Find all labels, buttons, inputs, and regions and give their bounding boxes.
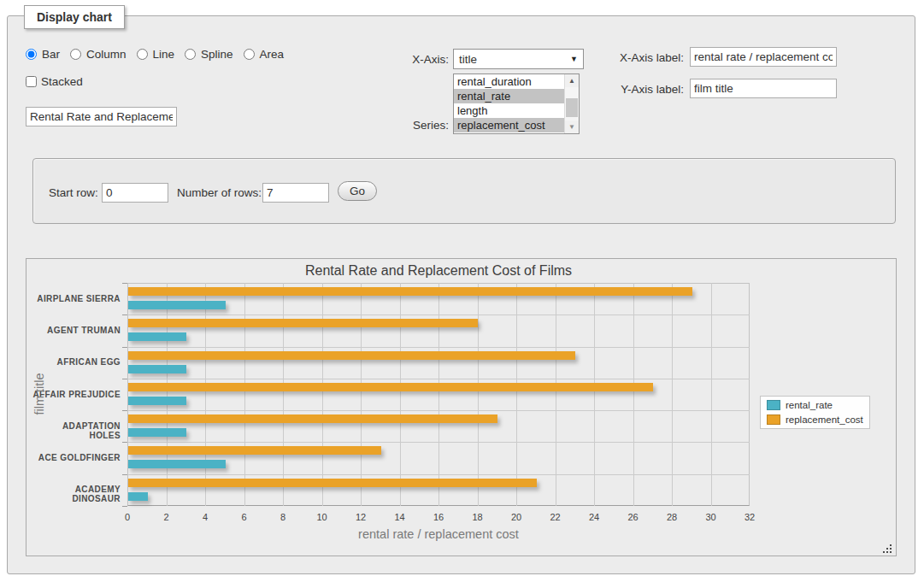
chart-type-radio-column[interactable] [70, 49, 81, 60]
gridline-horizontal [127, 315, 750, 315]
start-row-input[interactable] [102, 183, 168, 203]
chart-type-label-line: Line [153, 48, 175, 61]
gridline-vertical [672, 283, 673, 506]
bar-replacement_cost [128, 319, 478, 327]
bar-replacement_cost [128, 414, 497, 423]
start-row-label: Start row: [49, 186, 98, 199]
chart-xaxis-label: rental rate / replacement cost [127, 527, 750, 541]
chart-panel: Rental Rate and Replacement Cost of Film… [26, 258, 897, 556]
legend-swatch-replacement_cost [767, 414, 780, 425]
category-label: ADAPTATION HOLES [32, 421, 121, 440]
stacked-checkbox[interactable] [26, 76, 37, 87]
series-option-rental_rate[interactable]: rental_rate [454, 89, 564, 103]
series-option-replacement_cost[interactable]: replacement_cost [454, 118, 564, 132]
y-axis-tick [122, 410, 127, 411]
series-scrollbar[interactable]: ▲ ▼ [564, 74, 579, 133]
bar-rental_rate [128, 332, 186, 341]
gridline-vertical [400, 283, 401, 506]
category-label: ACE GOLDFINGER [32, 453, 121, 462]
x-tick-label: 30 [698, 512, 724, 522]
chart-yaxis-label: film title [32, 373, 46, 414]
scrollbar-up-icon[interactable]: ▲ [565, 74, 579, 87]
chevron-down-icon: ▼ [570, 55, 578, 63]
y-axis-tick [122, 379, 127, 379]
chart-type-radio-spline[interactable] [185, 49, 196, 60]
gridline-horizontal [127, 442, 750, 443]
series-option-length[interactable]: length [454, 103, 564, 118]
legend-item-rental_rate: rental_rate [767, 400, 863, 410]
x-axis-label-label: X-Axis label: [588, 51, 684, 64]
stacked-row: Stacked [26, 75, 83, 88]
series-listbox[interactable]: rental_durationrental_ratelengthreplacem… [453, 73, 580, 134]
gridline-horizontal [127, 410, 750, 411]
y-axis-tick [122, 283, 127, 284]
x-tick-label: 18 [465, 512, 491, 522]
x-tick-label: 10 [309, 512, 335, 522]
bar-rental_rate [128, 397, 186, 405]
series-options: rental_durationrental_ratelengthreplacem… [454, 74, 564, 133]
y-axis-label-label: Y-Axis label: [588, 83, 684, 96]
bar-rental_rate [128, 365, 186, 373]
bar-replacement_cost [128, 479, 537, 487]
chart-type-radio-bar[interactable] [26, 49, 37, 60]
gridline-vertical [711, 283, 712, 506]
legend-item-replacement_cost: replacement_cost [767, 414, 863, 425]
bar-rental_rate [128, 492, 148, 501]
chart-type-radio-area[interactable] [244, 49, 255, 60]
bar-replacement_cost [128, 351, 575, 360]
bar-rental_rate [128, 428, 186, 437]
chart-type-radio-line[interactable] [137, 49, 148, 60]
scrollbar-thumb[interactable] [566, 98, 578, 117]
gridline-vertical [322, 283, 323, 506]
series-label: Series: [363, 119, 449, 132]
x-axis-select-value: title [459, 53, 477, 66]
gridline-vertical [283, 283, 284, 506]
bar-replacement_cost [128, 287, 692, 296]
category-label: AFRICAN EGG [32, 357, 121, 367]
bar-rental_rate [128, 301, 226, 309]
bar-replacement_cost [128, 383, 653, 391]
page: Display chart BarColumnLineSplineArea St… [0, 0, 924, 582]
y-axis-tick [122, 315, 127, 315]
x-axis-select[interactable]: title ▼ [453, 49, 584, 69]
x-tick-label: 4 [192, 512, 218, 522]
bar-rental_rate [128, 460, 226, 468]
x-tick-label: 28 [659, 512, 685, 522]
chart-title-input[interactable] [26, 107, 177, 126]
legend-label: replacement_cost [786, 414, 863, 425]
series-option-rental_duration[interactable]: rental_duration [454, 74, 564, 89]
chart-type-label-spline: Spline [201, 48, 233, 61]
x-tick-label: 8 [270, 512, 296, 522]
number-of-rows-input[interactable] [262, 183, 329, 203]
gridline-vertical [556, 283, 556, 506]
x-axis-select-label: X-Axis: [363, 53, 449, 66]
bar-replacement_cost [128, 446, 381, 455]
row-range-panel: Start row: Number of rows: Go [32, 158, 896, 224]
x-tick-label: 32 [737, 512, 762, 522]
legend-swatch-rental_rate [767, 400, 780, 410]
fieldset-legend: Display chart [24, 5, 125, 29]
chart-type-label-column: Column [86, 48, 127, 61]
resize-handle-icon[interactable] [882, 542, 892, 552]
chart-type-label-area: Area [260, 48, 285, 61]
gridline-vertical [205, 283, 206, 506]
y-axis-tick [122, 442, 127, 443]
x-tick-label: 20 [503, 512, 529, 522]
x-axis-label-input[interactable] [690, 47, 837, 67]
gridline-vertical [633, 283, 634, 506]
chart-type-label-bar: Bar [42, 48, 60, 61]
legend-label: rental_rate [786, 400, 833, 410]
gridline-vertical [361, 283, 362, 506]
stacked-label: Stacked [41, 75, 83, 88]
y-axis-tick [122, 347, 127, 348]
gridline-vertical [167, 283, 168, 506]
chart-legend: rental_ratereplacement_cost [760, 396, 870, 429]
x-tick-label: 16 [426, 512, 451, 522]
scrollbar-down-icon[interactable]: ▼ [565, 121, 579, 133]
gridline-horizontal [127, 347, 750, 348]
category-label: AIRPLANE SIERRA [32, 294, 121, 303]
y-axis-tick [122, 474, 127, 475]
go-button[interactable]: Go [338, 181, 377, 201]
gridline-horizontal [127, 379, 750, 379]
y-axis-label-input[interactable] [690, 79, 837, 98]
